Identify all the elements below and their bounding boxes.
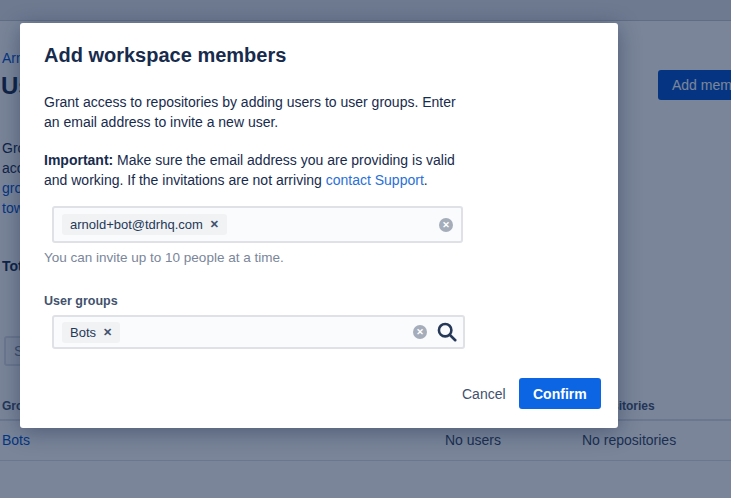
email-invite-field[interactable]: arnold+bot@tdrhq.com ✕ ✕ — [52, 206, 463, 243]
important-label: Important: — [44, 152, 113, 168]
confirm-button[interactable]: Confirm — [519, 378, 601, 409]
invite-limit-note: You can invite up to 10 people at a time… — [44, 250, 284, 265]
screen: Arnold User groups Add members Gro acc g… — [0, 0, 731, 498]
modal-intro-line1: Grant access to repositories by adding u… — [44, 92, 456, 112]
email-chip-label: arnold+bot@tdrhq.com — [70, 217, 203, 232]
user-groups-label: User groups — [44, 294, 118, 308]
clear-field-icon[interactable]: ✕ — [439, 218, 453, 232]
group-chip: Bots ✕ — [62, 322, 120, 343]
remove-email-chip-icon[interactable]: ✕ — [210, 219, 219, 230]
important-text2: and working. If the invitations are not … — [44, 172, 326, 188]
cancel-button[interactable]: Cancel — [450, 378, 518, 409]
modal-intro-line2: an email address to invite a new user. — [44, 112, 278, 132]
clear-field-icon[interactable]: ✕ — [413, 325, 427, 339]
important-text: Make sure the email address you are prov… — [113, 152, 455, 168]
user-groups-field[interactable]: Bots ✕ ✕ — [52, 315, 465, 349]
search-icon[interactable] — [436, 321, 458, 343]
contact-support-link[interactable]: contact Support — [326, 172, 424, 188]
remove-group-chip-icon[interactable]: ✕ — [103, 327, 112, 338]
add-workspace-members-modal: Add workspace members Grant access to re… — [20, 23, 618, 428]
modal-important-line2: and working. If the invitations are not … — [44, 170, 428, 190]
sentence-period: . — [424, 172, 428, 188]
group-chip-label: Bots — [70, 325, 96, 340]
modal-important-line1: Important: Make sure the email address y… — [44, 150, 455, 170]
email-chip: arnold+bot@tdrhq.com ✕ — [62, 214, 227, 235]
modal-title: Add workspace members — [44, 44, 286, 67]
